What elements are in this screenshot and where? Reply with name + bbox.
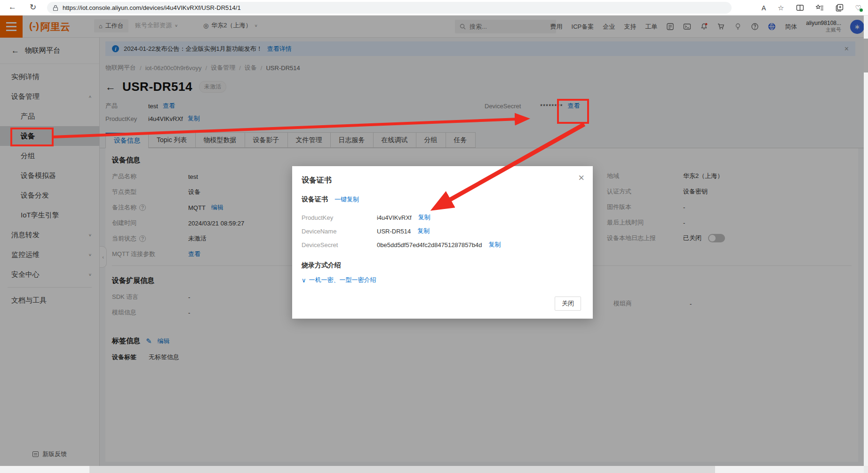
vertical-scrollbar-thumb[interactable] bbox=[864, 39, 868, 72]
modal-row-value: 0be5dd5df57ed4fc2d84751287857b4d bbox=[377, 241, 482, 249]
one-click-copy-link[interactable]: 一键复制 bbox=[334, 195, 359, 204]
modal-title: 设备证书 bbox=[302, 176, 332, 185]
url-text[interactable]: https://iot.console.aliyun.com/devices/i… bbox=[63, 4, 241, 11]
modal-row-label: ProductKey bbox=[302, 214, 377, 221]
essentials-status-dot bbox=[860, 8, 863, 12]
modal-close-icon[interactable]: × bbox=[578, 173, 584, 183]
browser-actions: A ☆ ♡ bbox=[762, 0, 861, 16]
modal-row-label: DeviceSecret bbox=[302, 241, 377, 249]
browser-back-icon[interactable]: ← bbox=[8, 2, 16, 12]
lock-icon bbox=[53, 5, 58, 11]
browser-essentials-icon[interactable]: ♡ bbox=[855, 4, 861, 12]
modal-close-button[interactable]: 关闭 bbox=[555, 297, 581, 311]
chevron-down-icon: ∨ bbox=[302, 277, 306, 284]
modal-copy-link[interactable]: 复制 bbox=[488, 241, 501, 249]
burn-method-heading: 烧录方式介绍 bbox=[302, 261, 341, 270]
scrollbar-corner bbox=[864, 466, 868, 473]
modal-copy-link[interactable]: 复制 bbox=[417, 227, 430, 235]
screen: ← ↻ https://iot.console.aliyun.com/devic… bbox=[0, 0, 868, 473]
horizontal-scrollbar-thumb[interactable] bbox=[89, 466, 715, 473]
read-aloud-icon[interactable]: A bbox=[762, 4, 766, 12]
browser-refresh-icon[interactable]: ↻ bbox=[30, 2, 36, 12]
certificate-section-label: 设备证书 bbox=[302, 195, 328, 204]
address-bar[interactable]: https://iot.console.aliyun.com/devices/i… bbox=[47, 2, 732, 14]
device-certificate-modal: 设备证书 × 设备证书 一键复制 ProductKey i4u4VIKvRXf … bbox=[292, 166, 593, 319]
modal-row-value: USR-DR514 bbox=[377, 228, 411, 235]
favorite-star-icon[interactable]: ☆ bbox=[778, 4, 784, 12]
horizontal-scrollbar[interactable] bbox=[0, 466, 864, 473]
collections-icon[interactable] bbox=[836, 4, 844, 12]
favorites-bar-icon[interactable] bbox=[816, 4, 824, 12]
browser-toolbar: ← ↻ https://iot.console.aliyun.com/devic… bbox=[0, 0, 868, 16]
burn-method-intro-link[interactable]: ∨ 一机一密、一型一密介绍 bbox=[302, 276, 376, 284]
split-screen-icon[interactable] bbox=[796, 4, 804, 12]
vertical-scrollbar[interactable] bbox=[864, 16, 868, 466]
modal-row-label: DeviceName bbox=[302, 228, 377, 235]
modal-row-value: i4u4VIKvRXf bbox=[377, 214, 412, 221]
modal-copy-link[interactable]: 复制 bbox=[418, 213, 430, 222]
